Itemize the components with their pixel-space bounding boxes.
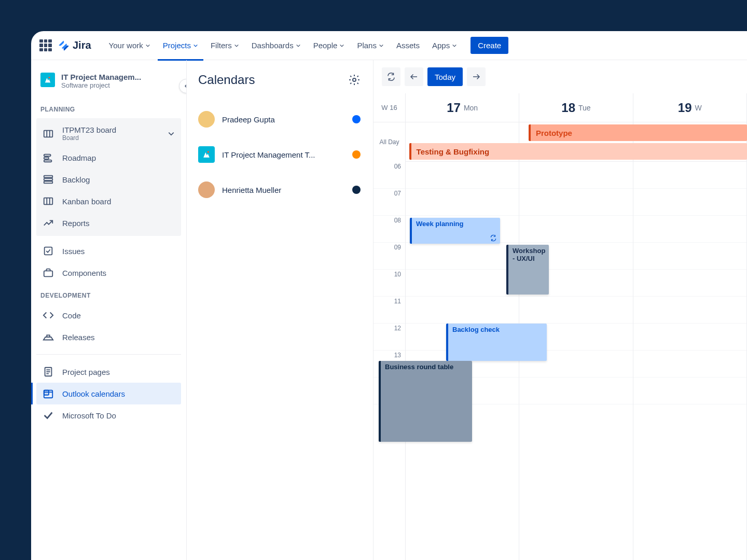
chevron-down-icon <box>193 43 198 48</box>
sidebar-components[interactable]: Components <box>36 262 181 284</box>
sync-button[interactable] <box>382 67 400 86</box>
jira-logo[interactable]: Jira <box>58 39 91 51</box>
chevron-down-icon <box>339 43 344 48</box>
svg-rect-6 <box>44 160 52 162</box>
create-button[interactable]: Create <box>471 37 508 54</box>
calendar-avatar <box>198 146 215 163</box>
sidebar: IT Project Managem... Software project P… <box>31 60 187 560</box>
day-header[interactable]: 18Tue <box>519 93 632 122</box>
week-label: W 16 <box>381 104 397 111</box>
code-icon <box>43 310 54 321</box>
nav-apps[interactable]: Apps <box>427 38 462 53</box>
svg-rect-1 <box>44 130 53 137</box>
page-icon <box>43 366 54 377</box>
calendar-avatar <box>198 111 215 128</box>
sidebar-outlook-calendars[interactable]: Outlook calendars <box>36 383 181 404</box>
roadmap-icon <box>43 152 54 163</box>
chevron-down-icon <box>452 43 457 48</box>
nav-dashboards[interactable]: Dashboards <box>246 38 306 53</box>
calendar-color-dot <box>352 186 361 194</box>
svg-rect-10 <box>44 198 53 205</box>
time-label: 11 <box>374 297 405 324</box>
time-label: 09 <box>374 243 405 270</box>
issues-icon <box>43 245 54 257</box>
svg-rect-15 <box>47 335 50 337</box>
app-switcher-icon[interactable] <box>39 39 52 52</box>
calendar-toolbar: Today <box>374 60 747 93</box>
sidebar-issues[interactable]: Issues <box>36 240 181 262</box>
sidebar-code[interactable]: Code <box>36 304 181 326</box>
calendar-event[interactable]: Week planning <box>410 218 500 244</box>
chevron-left-icon <box>183 83 187 89</box>
svg-rect-14 <box>44 271 53 276</box>
sidebar-board-selector[interactable]: ITPMT23 board Board <box>36 120 181 147</box>
sidebar-releases[interactable]: Releases <box>36 326 181 348</box>
nav-filters[interactable]: Filters <box>205 38 244 53</box>
sidebar-reports[interactable]: Reports <box>36 212 181 234</box>
top-nav: Jira Your work Projects Filters Dashboar… <box>31 31 747 60</box>
svg-rect-9 <box>44 181 53 184</box>
day-header[interactable]: 17Mon <box>406 93 519 122</box>
svg-rect-7 <box>44 176 53 178</box>
arrow-left-icon <box>409 72 419 81</box>
prev-button[interactable] <box>405 67 423 86</box>
nav-assets[interactable]: Assets <box>391 38 425 53</box>
nav-plans[interactable]: Plans <box>352 38 389 53</box>
divider <box>36 354 181 355</box>
allday-event[interactable]: Testing & Bugfixing <box>409 143 747 160</box>
allday-event[interactable]: Prototype <box>529 124 747 141</box>
svg-point-23 <box>353 78 356 81</box>
arrow-right-icon <box>472 72 481 81</box>
sidebar-microsoft-todo[interactable]: Microsoft To Do <box>36 404 181 426</box>
calendar-event[interactable]: Business round table <box>379 361 472 442</box>
calendars-title: Calendars <box>198 73 255 87</box>
nav-people[interactable]: People <box>308 38 350 53</box>
project-name: IT Project Managem... <box>61 73 141 81</box>
next-button[interactable] <box>467 67 486 86</box>
backlog-icon <box>43 174 54 185</box>
sync-icon <box>386 72 396 81</box>
calendar-view: Today W 16 17Mon18Tue19W All Day Prototy… <box>374 60 747 560</box>
reports-icon <box>43 217 54 229</box>
project-header[interactable]: IT Project Managem... Software project <box>36 73 181 97</box>
sync-icon <box>490 234 497 242</box>
project-type: Software project <box>61 81 141 89</box>
svg-rect-5 <box>44 157 49 159</box>
sidebar-kanban[interactable]: Kanban board <box>36 190 181 212</box>
calendar-event[interactable]: Workshop - UX/UI <box>506 245 549 295</box>
gear-icon[interactable] <box>348 74 361 86</box>
time-label: 06 <box>374 162 405 189</box>
calendar-item[interactable]: IT Project Management T... <box>198 137 361 172</box>
time-label: 07 <box>374 189 405 216</box>
chevron-down-icon <box>379 43 384 48</box>
svg-point-24 <box>208 151 209 152</box>
time-label: 10 <box>374 270 405 297</box>
releases-icon <box>43 331 54 343</box>
calendar-item[interactable]: Henrietta Mueller <box>198 172 361 207</box>
day-header[interactable]: 19W <box>633 93 746 122</box>
calendar-item[interactable]: Pradeep Gupta <box>198 102 361 137</box>
components-icon <box>43 267 54 278</box>
nav-your-work[interactable]: Your work <box>104 38 156 53</box>
calendar-color-dot <box>352 150 361 159</box>
nav-projects[interactable]: Projects <box>158 38 203 53</box>
calendar-event[interactable]: Backlog check <box>446 324 547 361</box>
sidebar-project-pages[interactable]: Project pages <box>36 361 181 383</box>
sidebar-roadmap[interactable]: Roadmap <box>36 147 181 169</box>
svg-point-0 <box>49 77 50 78</box>
outlook-calendar-icon <box>43 388 54 399</box>
chevron-down-icon <box>145 43 150 48</box>
calendar-name: Henrietta Mueller <box>222 186 345 194</box>
brand-label: Jira <box>73 39 91 51</box>
calendar-avatar <box>198 181 215 198</box>
section-development-label: DEVELOPMENT <box>36 284 181 304</box>
chevron-down-icon <box>234 43 239 48</box>
chevron-down-icon <box>296 43 301 48</box>
kanban-icon <box>43 195 54 207</box>
svg-rect-13 <box>45 247 52 255</box>
today-button[interactable]: Today <box>427 67 463 86</box>
section-planning-label: PLANNING <box>36 97 181 118</box>
sidebar-backlog[interactable]: Backlog <box>36 169 181 190</box>
allday-label: All Day <box>374 122 405 162</box>
jira-icon <box>58 40 70 51</box>
